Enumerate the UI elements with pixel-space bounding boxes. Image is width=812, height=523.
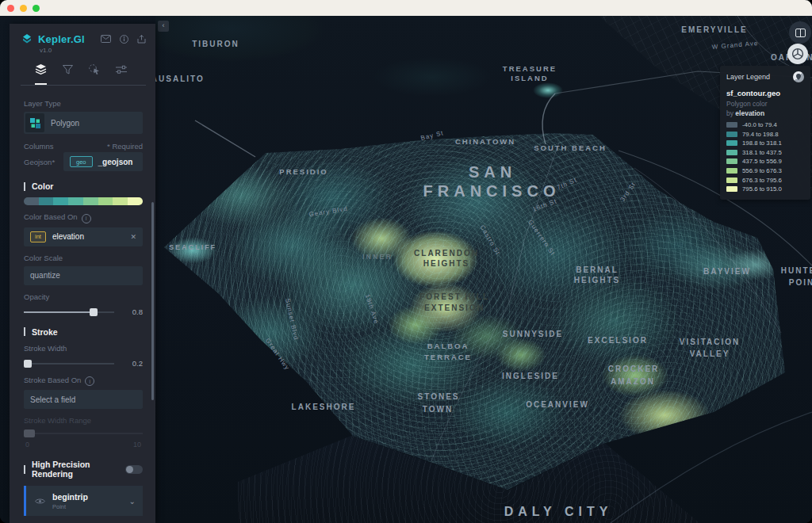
legend-range: -40.0 to 79.4 [742, 121, 777, 128]
map-label: SAN [469, 163, 516, 181]
map-label: VISITACION [680, 338, 740, 346]
required-label: * Required [107, 142, 143, 151]
sidebar-scrollbar[interactable] [151, 202, 154, 400]
app-window: TIBURONSAUSALITOEMERYVILLEOAKLANDW Grand… [0, 0, 812, 523]
tab-layers[interactable] [35, 63, 47, 85]
layers-icon [35, 64, 47, 74]
opacity-slider[interactable] [24, 307, 114, 317]
info-icon[interactable] [120, 35, 128, 44]
map-label: SUNNYSIDE [503, 330, 563, 338]
minimize-window-button[interactable] [20, 5, 27, 12]
3d-view-icon [791, 48, 804, 60]
map-label: VALLEY [690, 349, 730, 358]
stroke-width-range-label: Stroke Width Range [24, 416, 143, 425]
legend-item: 676.3 to 795.6 [726, 177, 804, 184]
int-type-badge: int [30, 231, 46, 242]
sidebar-collapse-button[interactable]: ‹ [158, 21, 169, 32]
map-label: ISLAND [511, 74, 548, 82]
tab-interactions[interactable] [89, 63, 100, 85]
legend-item: 198.8 to 318.1 [726, 139, 804, 147]
cursor-click-icon [89, 64, 100, 74]
range-slider-handle[interactable] [24, 429, 35, 437]
legend-range: 79.4 to 198.8 [742, 131, 779, 138]
map-pin-icon [795, 74, 802, 80]
map-label: STONES [418, 392, 460, 401]
legend-swatch [726, 122, 737, 128]
stroke-section-header[interactable]: Stroke [24, 327, 143, 337]
color-field-select[interactable]: int elevation ✕ [24, 227, 143, 246]
color-field-value: elevation [52, 232, 84, 241]
legend-channel: Polygon color [726, 100, 804, 108]
high-precision-label: High Precision Rendering [32, 460, 119, 479]
map-label: SOUTH BEACH [534, 143, 607, 152]
export-icon[interactable] [137, 35, 146, 44]
stroke-width-slider-handle[interactable] [24, 360, 32, 368]
close-window-button[interactable] [7, 5, 14, 12]
opacity-slider-handle[interactable] [90, 308, 98, 316]
opacity-value: 0.8 [122, 307, 143, 316]
info-icon[interactable]: i [85, 376, 94, 386]
map-label: BAYVIEW [703, 267, 751, 276]
high-precision-toggle[interactable] [125, 465, 143, 474]
visibility-eye-icon[interactable] [35, 498, 45, 505]
layer-type-label: Layer Type [24, 99, 143, 108]
toggle-3d-button[interactable] [787, 44, 808, 64]
legend-pin-button[interactable] [793, 71, 804, 82]
map-label: TIBURON [192, 40, 239, 48]
section-accent [24, 182, 25, 191]
map-label: HEIGHTS [574, 276, 620, 284]
legend-layer-name: sf_contour.geo [726, 89, 804, 97]
legend-range: 676.3 to 795.6 [742, 177, 782, 184]
legend-item: -40.0 to 79.4 [726, 121, 804, 128]
stroke-field-select[interactable]: Select a field [24, 390, 143, 409]
messages-icon[interactable] [101, 35, 111, 43]
sliders-icon [116, 65, 127, 74]
stroke-width-range-slider[interactable] [24, 429, 143, 438]
polygon-layer-icon [25, 113, 44, 132]
map-label: BERNAL [576, 265, 619, 274]
layer-type-select[interactable]: Polygon [24, 112, 143, 134]
layer-subtitle: Point [52, 503, 122, 510]
map-label: HUNTERS [781, 266, 812, 275]
legend-range: 318.1 to 437.5 [742, 149, 782, 156]
legend-range: 437.5 to 556.9 [742, 158, 782, 165]
app-title: Kepler.Gl [38, 33, 85, 45]
legend-item: 556.9 to 676.3 [726, 167, 804, 174]
layer-item-begintrip[interactable]: begintripPoint⌄ [24, 486, 143, 516]
split-map-button[interactable] [789, 21, 811, 44]
range-min: 0 [25, 441, 29, 449]
legend-swatch [726, 140, 737, 146]
clear-field-icon[interactable]: ✕ [130, 233, 136, 241]
legend-items: -40.0 to 79.479.4 to 198.8198.8 to 318.1… [726, 121, 804, 193]
tab-filters[interactable] [63, 63, 73, 85]
map-label: EXTENSION [424, 303, 485, 312]
color-scale-label: Color Scale [24, 254, 143, 262]
legend-item: 795.6 to 915.0 [726, 185, 804, 193]
side-panel: Kepler.Gl v1.0 [10, 24, 155, 523]
map-label: CLARENDON [414, 249, 479, 258]
map-label: LAKESHORE [292, 403, 356, 411]
legend-range: 795.6 to 915.0 [742, 185, 782, 193]
color-scale-select[interactable]: quantize [24, 266, 143, 285]
geojson-field-select[interactable]: geo _geojson [63, 152, 143, 171]
maximize-window-button[interactable] [33, 5, 40, 12]
stroke-width-label: Stroke Width [24, 344, 143, 353]
layer-list: begintripPoint⌄dropoffPoint⌄ [24, 486, 143, 523]
legend-swatch [726, 132, 737, 137]
color-range-bar[interactable] [24, 197, 143, 205]
map-label: POINT [789, 278, 812, 287]
info-icon[interactable]: i [82, 214, 91, 223]
stroke-width-value: 0.2 [122, 359, 143, 368]
map-label: AMAZON [611, 377, 655, 386]
color-section-header[interactable]: Color [24, 181, 143, 191]
map-label: CHINATOWN [455, 137, 515, 146]
tab-map-settings[interactable] [116, 63, 127, 85]
legend-item: 437.5 to 556.9 [726, 158, 804, 165]
opacity-label: Opacity [24, 292, 143, 301]
filter-funnel-icon [63, 65, 73, 74]
geo-type-badge: geo [70, 156, 93, 167]
map-label: TREASURE [503, 64, 557, 73]
window-titlebar [0, 0, 812, 16]
stroke-width-slider[interactable] [24, 359, 114, 368]
chevron-down-icon[interactable]: ⌄ [129, 497, 136, 506]
